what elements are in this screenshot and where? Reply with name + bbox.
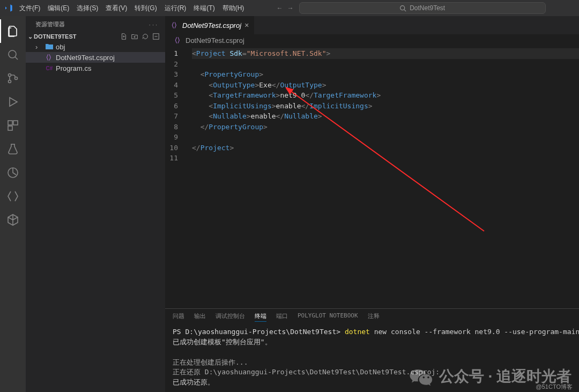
menu-item[interactable]: 文件(F) xyxy=(16,2,43,15)
more-icon[interactable]: ··· xyxy=(149,21,159,28)
breadcrumbs[interactable]: DotNet9Test.csproj xyxy=(165,34,579,46)
code-line: <Nullable>enable</Nullable> xyxy=(192,111,579,122)
tree-item[interactable]: C#Program.cs xyxy=(26,63,165,73)
sidebar-title: 资源管理器 xyxy=(35,20,65,28)
terminal-tab[interactable]: 调试控制台 xyxy=(216,312,245,322)
vscode-logo-icon xyxy=(4,4,13,12)
csproj-file-icon xyxy=(174,36,182,45)
nav-back-icon[interactable]: ← xyxy=(277,4,283,12)
terminal-tab[interactable]: 输出 xyxy=(194,312,206,322)
svg-rect-8 xyxy=(13,121,18,125)
editor-content[interactable]: 1234567891011 <Project Sdk="Microsoft.NE… xyxy=(165,46,579,308)
sidebar: 资源管理器 ··· ⌄ DOTNET9TEST ›objDotNet9Test.… xyxy=(26,16,165,392)
tree-item-label: Program.cs xyxy=(56,64,91,72)
activity-testing[interactable] xyxy=(0,137,26,161)
terminal-tablist: 问题输出调试控制台终端端口POLYGLOT NOTEBOOK注释 xyxy=(165,309,579,325)
terminal-line: 已成功创建模板"控制台应用"。 xyxy=(173,337,571,347)
svg-point-2 xyxy=(9,50,16,58)
tab-label: DotNet9Test.csproj xyxy=(182,21,241,29)
menu-item[interactable]: 查看(V) xyxy=(102,2,130,15)
terminal-body[interactable]: PS D:\yaoshuanggui-Projects\DotNet9Test>… xyxy=(165,325,579,392)
activity-explorer[interactable] xyxy=(0,19,26,43)
menu-item[interactable]: 终端(T) xyxy=(190,2,218,15)
code-line: <TargetFramework>net9.0</TargetFramework… xyxy=(192,90,579,101)
activity-source-control[interactable] xyxy=(0,66,26,90)
tree-item[interactable]: DotNet9Test.csproj xyxy=(26,52,165,63)
menu-item[interactable]: 转到(G) xyxy=(131,2,160,15)
cs-file-icon: C# xyxy=(45,64,54,72)
chevron-right-icon: › xyxy=(35,43,43,51)
folder-icon xyxy=(45,42,54,51)
code-line: <ImplicitUsings>enable</ImplicitUsings> xyxy=(192,101,579,112)
terminal-line xyxy=(173,347,571,358)
nav-forward-icon[interactable]: → xyxy=(287,4,294,12)
editor-tabs: DotNet9Test.csproj × xyxy=(165,16,579,34)
activity-bar xyxy=(0,16,26,392)
svg-point-4 xyxy=(9,74,11,77)
menu-item[interactable]: 运行(R) xyxy=(161,2,190,15)
explorer-folder-title[interactable]: ⌄ DOTNET9TEST xyxy=(26,32,165,41)
code-line: <Project Sdk="Microsoft.NET.Sdk"> xyxy=(192,48,579,59)
terminal-tab[interactable]: 问题 xyxy=(173,312,184,322)
terminal-line: 正在还原 D:\yaoshuanggui-Projects\DotNet9Tes… xyxy=(173,367,571,378)
breadcrumb-item: DotNet9Test.csproj xyxy=(185,36,244,45)
code-line xyxy=(192,132,579,143)
line-gutter: 1234567891011 xyxy=(165,46,187,308)
csproj-file-icon xyxy=(170,21,179,29)
collapse-icon[interactable] xyxy=(152,33,160,40)
chevron-down-icon: ⌄ xyxy=(28,33,33,40)
activity-extensions[interactable] xyxy=(0,114,26,137)
terminal-tab[interactable]: 端口 xyxy=(276,312,288,322)
project-name: DOTNET9TEST xyxy=(34,33,76,40)
menu-item[interactable]: 编辑(E) xyxy=(44,2,72,15)
terminal-tab[interactable]: 终端 xyxy=(255,312,266,322)
command-center-text: DotNet9Test xyxy=(410,4,445,12)
svg-rect-9 xyxy=(8,126,12,130)
code-line: <PropertyGroup> xyxy=(192,69,579,80)
code-line: <OutputType>Exe</OutputType> xyxy=(192,80,579,91)
menu-item[interactable]: 选择(S) xyxy=(73,2,101,15)
svg-point-0 xyxy=(400,5,405,10)
activity-run-debug[interactable] xyxy=(0,90,26,114)
terminal-line: 正在处理创建后操作... xyxy=(173,358,571,368)
close-icon[interactable]: × xyxy=(244,21,249,29)
svg-point-5 xyxy=(9,80,11,83)
csproj-file-icon xyxy=(45,53,54,62)
refresh-icon[interactable] xyxy=(142,33,149,40)
editor-tab[interactable]: DotNet9Test.csproj × xyxy=(165,16,255,34)
code-line xyxy=(192,59,579,70)
menu-item[interactable]: 帮助(H) xyxy=(219,2,248,15)
nav-arrows: ← → xyxy=(277,4,294,12)
code-line: </Project> xyxy=(192,143,579,153)
search-icon xyxy=(399,5,406,12)
tree-item-label: obj xyxy=(56,43,65,51)
svg-rect-7 xyxy=(8,121,12,125)
activity-search[interactable] xyxy=(0,43,26,66)
command-center[interactable]: DotNet9Test xyxy=(299,2,546,14)
activity-cube[interactable] xyxy=(0,208,26,232)
terminal-tab[interactable]: POLYGLOT NOTEBOOK xyxy=(298,312,358,322)
tree-item-label: DotNet9Test.csproj xyxy=(56,54,115,62)
activity-docker[interactable] xyxy=(0,161,26,184)
main-menu: 文件(F)编辑(E)选择(S)查看(V)转到(G)运行(R)终端(T)帮助(H) xyxy=(16,2,247,15)
terminal-line: 已成功还原。 xyxy=(173,378,571,388)
title-bar: 文件(F)编辑(E)选择(S)查看(V)转到(G)运行(R)终端(T)帮助(H)… xyxy=(0,0,579,16)
terminal-line: PS D:\yaoshuanggui-Projects\DotNet9Test>… xyxy=(173,327,571,337)
activity-api[interactable] xyxy=(0,184,26,208)
svg-point-6 xyxy=(15,77,18,80)
terminal-line xyxy=(173,388,571,392)
terminal-panel: 问题输出调试控制台终端端口POLYGLOT NOTEBOOK注释 PS D:\y… xyxy=(165,308,579,392)
svg-line-1 xyxy=(404,9,406,11)
new-folder-icon[interactable] xyxy=(131,33,138,40)
code-line xyxy=(192,153,579,164)
new-file-icon[interactable] xyxy=(120,33,128,40)
terminal-tab[interactable]: 注释 xyxy=(368,312,380,322)
svg-line-3 xyxy=(15,57,18,60)
editor-area: DotNet9Test.csproj × DotNet9Test.csproj … xyxy=(165,16,579,392)
tree-item[interactable]: ›obj xyxy=(26,41,165,52)
code-area[interactable]: <Project Sdk="Microsoft.NET.Sdk"> <Prope… xyxy=(187,46,579,308)
code-line: </PropertyGroup> xyxy=(192,122,579,132)
